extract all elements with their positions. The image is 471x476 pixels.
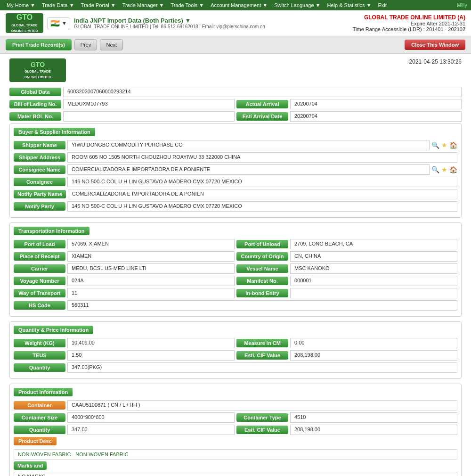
notify-party-name-row: Notify Party Name COMERCIALIZADORA E IMP… <box>14 189 457 199</box>
nav-trade-data[interactable]: Trade Data ▼ <box>39 1 77 9</box>
company-contact: GLOBAL TRADE ONLINE LIMITED | Tel: 86-51… <box>74 24 265 29</box>
carrier-vessel-row: Carrier MEDU, BCSL US-MED LINE LTI Vesse… <box>14 263 457 274</box>
container-size-value: 4000*900*800 <box>67 412 235 423</box>
container-row: Container CAAU5100871 ( CN / L / HH ) <box>14 400 457 410</box>
nav-trade-manager[interactable]: Trade Manager ▼ <box>120 1 167 9</box>
container-type-label: Container Type <box>236 413 288 422</box>
product-title: Product Information <box>14 388 73 396</box>
measure-value: 0.00 <box>290 338 457 348</box>
bol-value: MEDUXM107793 <box>63 99 235 109</box>
nav-switch-language[interactable]: Switch Language ▼ <box>271 1 323 9</box>
weight-measure-row: Weight (KG) 10,409.00 Measure in CM 0.00 <box>14 338 457 348</box>
hs-code-label: HS Code <box>14 301 65 310</box>
port-load-value: 57069, XIAMEN <box>67 239 235 249</box>
notify-party-name-value: COMERCIALIZADORA E IMPORTADORA DE A PONI… <box>68 189 457 199</box>
port-load-label: Port of Load <box>14 240 65 248</box>
dataset-title: India JNPT Import Data (Both Parties) ▼ <box>74 17 265 24</box>
consignee-home-icon[interactable]: 🏠 <box>449 166 457 173</box>
shipper-address-label: Shipper Address <box>14 153 65 162</box>
product-desc-section: Product Desc NON-WOVEN FABRIC - NON-WOVE… <box>14 437 457 460</box>
way-inbond-row: Way of Transport 11 In-bond Entry <box>14 288 457 298</box>
user-name[interactable]: Milly <box>457 2 467 8</box>
buyer-supplier-section: Buyer & Supplier Information Shipper Nam… <box>9 123 462 218</box>
esti-arrival-col: Esti Arrival Date 20200704 <box>236 111 462 122</box>
consignee-name-label: Consignee Name <box>14 165 65 174</box>
record-logo: GTO GLOBAL TRADEONLINE LIMITED <box>9 58 66 82</box>
expire-date: Expire After 2021-12-31 <box>353 21 465 26</box>
product-quantity-value: 347.00 <box>67 425 235 435</box>
carrier-label: Carrier <box>14 264 65 273</box>
quantity-value: 347.00(PKG) <box>67 362 457 373</box>
voyage-label: Voyage Number <box>14 277 65 285</box>
teus-cif-row: TEUS 1.50 Esti. CIF Value 208,198.00 <box>14 350 457 361</box>
container-size-type-row: Container Size 4000*900*800 Container Ty… <box>14 412 457 423</box>
logo: GTO GLOBAL TRADEONLINE LIMITED <box>6 13 43 33</box>
nav-exit[interactable]: Exit <box>375 1 390 9</box>
way-transport-value: 11 <box>67 288 235 298</box>
master-bol-value <box>63 111 235 122</box>
shipper-home-icon[interactable]: 🏠 <box>449 141 457 149</box>
shipper-address-row: Shipper Address ROOM 605 NO 1505 NORTH C… <box>14 152 457 163</box>
consignee-row: Consignee 146 NO 500-C COL U H LIN GUSTA… <box>14 177 457 187</box>
consignee-star-icon[interactable]: ★ <box>441 166 447 173</box>
vessel-label: Vessel Name <box>236 264 288 273</box>
nav-help-statistics[interactable]: Help & Statistics ▼ <box>325 1 374 9</box>
inbond-label: In-bond Entry <box>236 289 288 297</box>
inbond-value <box>290 288 457 298</box>
header-right: GLOBAL TRADE ONLINE LIMITED (A) Expire A… <box>353 14 465 32</box>
record-header: GTO GLOBAL TRADEONLINE LIMITED 2021-04-2… <box>9 58 462 82</box>
time-range: Time Range Accessible (LDR) : 201401 - 2… <box>353 26 465 32</box>
global-data-row: Global Data 6003202007060000293214 <box>9 87 462 97</box>
hs-code-value: 560311 <box>67 300 457 311</box>
dataset-dropdown[interactable]: ▼ <box>185 17 191 24</box>
esti-cif-label: Esti. CIF Value <box>236 351 288 360</box>
nav-items: My Home ▼ Trade Data ▼ Trade Portal ▼ Tr… <box>4 1 390 9</box>
print-button[interactable]: Print Trade Record(s) <box>6 39 72 50</box>
shipper-address-value: ROOM 605 NO 1505 NORTH CHOUZHOU ROAYIWU … <box>67 152 457 163</box>
hs-code-row: HS Code 560311 <box>14 300 457 311</box>
country-flag-selector[interactable]: 🇮🇳 ▼ <box>47 17 70 29</box>
vessel-value: MSC KANOKO <box>290 263 457 274</box>
way-transport-label: Way of Transport <box>14 289 65 297</box>
manifest-label: Manifest No. <box>236 277 288 285</box>
consignee-value: 146 NO 500-C COL U H LIN GUSTAVO A MADER… <box>67 177 457 187</box>
consignee-name-value: COMERCIALIZADORA E IMPORTADORA DE A PONI… <box>67 164 430 175</box>
shipper-star-icon[interactable]: ★ <box>441 141 447 149</box>
close-window-button[interactable]: Close This Window <box>405 40 465 50</box>
country-origin-value: CN, CHINA <box>290 251 457 262</box>
actual-arrival-label: Actual Arrival <box>236 100 288 108</box>
consignee-search-icon[interactable]: 🔍 <box>431 166 439 173</box>
toolbar-left: Print Trade Record(s) Prev Next <box>6 39 123 50</box>
manifest-value: 000001 <box>290 276 457 286</box>
notify-party-row: Notify Party 146 NO 500-C COL U H LIN GU… <box>14 201 457 212</box>
buyer-supplier-title: Buyer & Supplier Information <box>14 128 95 136</box>
prev-button[interactable]: Prev <box>74 39 97 50</box>
flag-dropdown-arrow: ▼ <box>62 20 67 26</box>
bol-label: Bill of Lading No. <box>9 100 61 108</box>
header-left: GTO GLOBAL TRADEONLINE LIMITED 🇮🇳 ▼ Indi… <box>6 13 265 33</box>
teus-label: TEUS <box>14 351 65 360</box>
global-data-value: 6003202007060000293214 <box>63 87 462 97</box>
shipper-name-value: YIWU DONGBO COMMODITY PURCHASE CO <box>67 140 430 150</box>
esti-arrival-value: 20200704 <box>290 111 462 122</box>
shipper-search-icon[interactable]: 🔍 <box>431 141 439 149</box>
next-button[interactable]: Next <box>100 39 123 50</box>
nav-trade-portal[interactable]: Trade Portal ▼ <box>78 1 119 9</box>
nav-account-management[interactable]: Account Management ▼ <box>208 1 270 9</box>
weight-value: 10,409.00 <box>67 338 235 348</box>
container-size-label: Container Size <box>14 413 65 422</box>
transportation-section: Transportation Information Port of Load … <box>9 222 462 317</box>
toolbar: Print Trade Record(s) Prev Next Close Th… <box>0 36 471 54</box>
quantity-row: Quantity 347.00(PKG) <box>14 362 457 373</box>
india-flag: 🇮🇳 <box>50 19 60 28</box>
bol-row: Bill of Lading No. MEDUXM107793 Actual A… <box>9 99 462 109</box>
bol-col: Bill of Lading No. MEDUXM107793 <box>9 99 235 109</box>
product-esti-cif-label: Esti. CIF Value <box>236 426 288 434</box>
receipt-origin-row: Place of Receipt XIAMEN Country of Origi… <box>14 251 457 262</box>
nav-my-home[interactable]: My Home ▼ <box>4 1 38 9</box>
measure-label: Measure in CM <box>236 339 288 347</box>
marks-value: NO MARKS <box>14 472 457 476</box>
nav-trade-tools[interactable]: Trade Tools ▼ <box>168 1 207 9</box>
transportation-title: Transportation Information <box>14 227 89 235</box>
carrier-value: MEDU, BCSL US-MED LINE LTI <box>67 263 235 274</box>
